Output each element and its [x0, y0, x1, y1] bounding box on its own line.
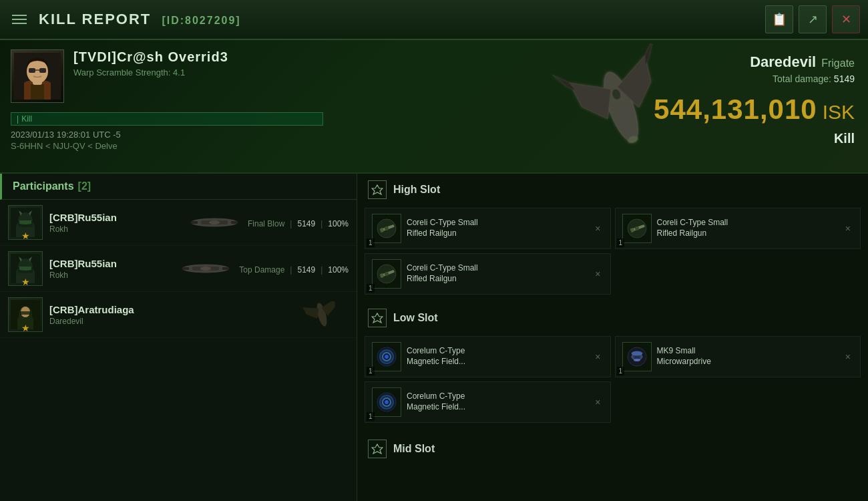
- module-name-magnetic-2: Corelum C-Type Magnetic Field...: [407, 391, 587, 412]
- participant-item: ★ [CRB]Ru55ian Rokh Fi: [0, 200, 357, 246]
- kill-type: Kill: [654, 131, 855, 146]
- pilot-avatar: [11, 49, 64, 103]
- isk-label: ISK: [823, 101, 855, 124]
- module-close-3[interactable]: ×: [592, 267, 603, 281]
- participant-avatar-1: ★: [8, 205, 43, 240]
- copy-button[interactable]: 📋: [765, 5, 793, 33]
- participant-star-2: ★: [21, 277, 30, 287]
- participant-stats-1: Final Blow | 5149 | 100%: [248, 219, 349, 228]
- right-panel: High Slot 1 Coreli C-Type Small Rifled R…: [357, 174, 868, 501]
- participant-avatar-3: ★: [8, 297, 43, 332]
- module-item-2: 1 Coreli C-Type Small Rifled Railgun ×: [615, 208, 861, 249]
- participant-ship-img-1: [188, 209, 241, 236]
- export-button[interactable]: ↗: [799, 5, 827, 33]
- stats-percent-2: 100%: [328, 265, 349, 275]
- module-close-1[interactable]: ×: [592, 222, 603, 235]
- header-section: [TVDI]Cr@sh Overrid3 Warp Scramble Stren…: [0, 40, 868, 174]
- svg-point-24: [200, 267, 211, 271]
- module-icon-magnetic-1: [372, 342, 401, 371]
- title-bar: KILL REPORT [ID:8027209] 📋 ↗ ✕: [0, 0, 868, 40]
- module-icon-railgun-1: [372, 214, 401, 243]
- svg-rect-22: [182, 267, 189, 270]
- module-item-magnetic-2: 1 Corelum C-Type Magnetic Field... ×: [365, 381, 611, 423]
- svg-point-17: [209, 220, 220, 224]
- participant-info-1: [CRB]Ru55ian Rokh: [49, 212, 181, 234]
- header-left: [TVDI]Cr@sh Overrid3 Warp Scramble Stren…: [0, 40, 334, 172]
- pilot-row: [TVDI]Cr@sh Overrid3 Warp Scramble Stren…: [11, 49, 323, 103]
- mid-slot-header: Mid Slot: [357, 433, 868, 465]
- svg-rect-8: [29, 68, 35, 73]
- title-id: [ID:8027209]: [162, 15, 240, 26]
- title-main: KILL REPORT: [39, 11, 151, 27]
- damage-row: Total damage: 5149: [654, 73, 855, 84]
- svg-rect-15: [191, 221, 198, 224]
- participant-info-3: [CRB]Aratrudiaga Daredevil: [49, 304, 288, 326]
- kill-badge: Kill: [11, 112, 323, 126]
- module-name-railgun-2: Coreli C-Type Small Rifled Railgun: [657, 218, 837, 238]
- participant-name-2: [CRB]Ru55ian: [49, 258, 172, 269]
- low-slot-header: Low Slot: [357, 302, 868, 334]
- damage-label: Total damage:: [773, 73, 831, 84]
- svg-rect-23: [222, 267, 229, 270]
- participants-title: Participants [2]: [0, 174, 357, 200]
- module-name-railgun-1: Coreli C-Type Small Rifled Railgun: [407, 218, 587, 238]
- svg-point-44: [385, 272, 389, 276]
- participant-item-2: ★ [CRB]Ru55ian Rokh Top Damag: [0, 246, 357, 292]
- left-panel: Participants [2]: [0, 174, 357, 501]
- participant-name-1: [CRB]Ru55ian: [49, 212, 181, 223]
- low-slot-label: Low Slot: [393, 312, 438, 324]
- module-item-3: 1 Coreli C-Type Small Rifled Railgun ×: [365, 253, 611, 295]
- pilot-info: [TVDI]Cr@sh Overrid3 Warp Scramble Stren…: [73, 49, 228, 77]
- module-item: 1 Coreli C-Type Small Rifled Railgun ×: [365, 208, 611, 249]
- close-button[interactable]: ✕: [832, 5, 860, 33]
- participant-ship-3: Daredevil: [49, 317, 288, 326]
- stats-label-1: Final Blow: [248, 219, 284, 228]
- damage-value: 5149: [834, 73, 855, 84]
- low-slot-grid: 1 Corelum C-Type Magnetic Field... ×: [357, 334, 868, 430]
- module-icon-magnetic-2: [372, 387, 401, 417]
- svg-point-61: [385, 400, 389, 404]
- kill-time: 2023/01/13 19:28:01 UTC -5: [11, 130, 323, 140]
- title-actions: 📋 ↗ ✕: [765, 5, 860, 33]
- svg-rect-16: [231, 221, 238, 224]
- svg-point-34: [385, 226, 389, 230]
- participants-label: Participants: [13, 180, 74, 192]
- participant-item-3: ★ [CRB]Aratrudiaga Daredevil: [0, 292, 357, 338]
- high-slot-grid: 1 Coreli C-Type Small Rifled Railgun × 1: [357, 206, 868, 302]
- stats-value-1: 5149: [297, 219, 315, 228]
- module-close-mag-2[interactable]: ×: [592, 395, 603, 409]
- participant-star-3: ★: [21, 323, 30, 333]
- title-text: KILL REPORT [ID:8027209]: [39, 11, 757, 28]
- high-slot-label: High Slot: [393, 184, 440, 196]
- pilot-name: [TVDI]Cr@sh Overrid3: [73, 49, 228, 65]
- module-close-mag-1[interactable]: ×: [592, 350, 603, 363]
- ship-type-row: Daredevil Frigate: [654, 53, 855, 71]
- header-right: Daredevil Frigate Total damage: 5149 544…: [654, 53, 855, 146]
- participant-info-2: [CRB]Ru55ian Rokh: [49, 258, 172, 280]
- hamburger-menu[interactable]: [8, 11, 31, 28]
- svg-point-56: [634, 359, 640, 361]
- svg-point-55: [632, 351, 642, 355]
- pilot-sub: Warp Scramble Strength: 4.1: [73, 67, 228, 77]
- participant-ship-img-3: [295, 301, 349, 328]
- module-item-mwd: 1 MK9 Small Microwarpdrive ×: [615, 336, 861, 377]
- kill-badge-text: Kill: [21, 114, 32, 124]
- participant-ship-img-2: [179, 255, 232, 282]
- stats-percent-1: 100%: [328, 219, 349, 228]
- mid-slot-icon: [368, 440, 387, 458]
- ship-name: Daredevil: [750, 53, 816, 71]
- module-close-mwd[interactable]: ×: [843, 350, 853, 363]
- high-slot-header: High Slot: [357, 174, 868, 206]
- stats-label-2: Top Damage: [239, 265, 284, 275]
- module-name-mwd: MK9 Small Microwarpdrive: [657, 346, 837, 367]
- module-name-railgun-3: Coreli C-Type Small Rifled Railgun: [407, 263, 587, 284]
- low-slot-icon: [368, 309, 387, 327]
- participant-ship-1: Rokh: [49, 224, 181, 234]
- module-icon-mwd: [622, 342, 652, 371]
- isk-row: 544,131,010 ISK: [654, 88, 855, 126]
- svg-point-39: [635, 226, 639, 230]
- stats-value-2: 5149: [297, 265, 315, 275]
- participants-count: [2]: [78, 180, 91, 192]
- module-close-2[interactable]: ×: [843, 222, 853, 235]
- module-icon-railgun-2: [622, 214, 652, 243]
